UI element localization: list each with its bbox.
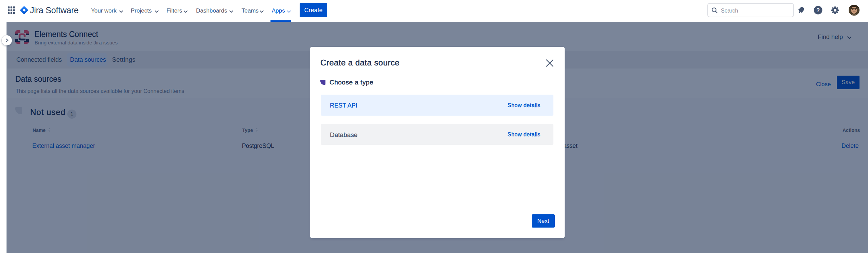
svg-text:?: ?: [816, 7, 820, 13]
